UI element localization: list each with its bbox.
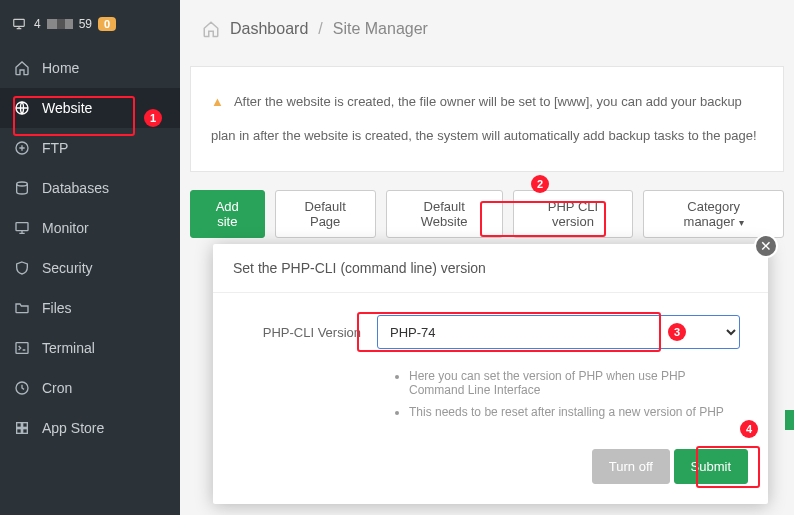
close-button[interactable]: ✕ — [754, 234, 778, 258]
database-icon — [14, 180, 30, 196]
sidebar-label: Cron — [42, 380, 72, 396]
php-cli-version-button[interactable]: PHP CLI version — [513, 190, 634, 238]
sidebar-label: Monitor — [42, 220, 89, 236]
sidebar-label: Databases — [42, 180, 109, 196]
sidebar-label: Website — [42, 100, 92, 116]
phpcli-version-label: PHP-CLI Version — [241, 325, 361, 340]
breadcrumb-current: Site Manager — [333, 20, 428, 38]
monitor-icon — [10, 17, 28, 31]
turn-off-button[interactable]: Turn off — [592, 449, 670, 484]
svg-rect-8 — [23, 423, 28, 428]
monitor-icon — [14, 220, 30, 236]
toolbar: Add site Default Page Default Website PH… — [184, 190, 790, 238]
globe-icon — [14, 100, 30, 116]
home-icon — [14, 60, 30, 76]
category-manager-button[interactable]: Category manager▾ — [643, 190, 784, 238]
svg-point-3 — [17, 182, 28, 186]
clock-icon — [14, 380, 30, 396]
sidebar-item-monitor[interactable]: Monitor — [0, 208, 180, 248]
sidebar-item-home[interactable]: Home — [0, 48, 180, 88]
home-icon — [202, 20, 220, 38]
notification-badge[interactable]: 0 — [98, 17, 116, 31]
stat-2: 59 — [79, 17, 92, 31]
sidebar-item-terminal[interactable]: Terminal — [0, 328, 180, 368]
hints: Here you can set the version of PHP when… — [241, 369, 740, 419]
breadcrumb-separator: / — [318, 20, 322, 38]
default-page-button[interactable]: Default Page — [275, 190, 376, 238]
ftp-icon — [14, 140, 30, 156]
sidebar-item-ftp[interactable]: FTP — [0, 128, 180, 168]
grid-icon — [14, 420, 30, 436]
breadcrumb-dashboard[interactable]: Dashboard — [230, 20, 308, 38]
svg-rect-4 — [16, 223, 28, 231]
stat-1: 4 — [34, 17, 41, 31]
sidebar-label: Home — [42, 60, 79, 76]
alert-text: After the website is created, the file o… — [211, 94, 757, 143]
hint-2: This needs to be reset after installing … — [409, 405, 740, 419]
stat-strip-icon — [47, 19, 73, 29]
sidebar-item-website[interactable]: Website — [0, 88, 180, 128]
sidebar-item-databases[interactable]: Databases — [0, 168, 180, 208]
phpcli-version-select[interactable]: PHP-74 — [377, 315, 740, 349]
svg-rect-10 — [23, 429, 28, 434]
sidebar-label: FTP — [42, 140, 68, 156]
decorative-stripe — [785, 410, 794, 430]
hint-1: Here you can set the version of PHP when… — [409, 369, 740, 397]
svg-rect-5 — [16, 343, 28, 354]
breadcrumb: Dashboard / Site Manager — [180, 0, 794, 58]
add-site-button[interactable]: Add site — [190, 190, 265, 238]
default-website-button[interactable]: Default Website — [386, 190, 503, 238]
sidebar: 4 59 0 Home Website FTP Databases Monito… — [0, 0, 180, 515]
sidebar-item-cron[interactable]: Cron — [0, 368, 180, 408]
category-label: Category manager — [684, 199, 741, 229]
terminal-icon — [14, 340, 30, 356]
modal-title: Set the PHP-CLI (command line) version — [213, 244, 768, 293]
sidebar-label: Security — [42, 260, 93, 276]
info-alert: ▲After the website is created, the file … — [190, 66, 784, 172]
sidebar-label: App Store — [42, 420, 104, 436]
shield-icon — [14, 260, 30, 276]
sidebar-item-appstore[interactable]: App Store — [0, 408, 180, 448]
caret-down-icon: ▾ — [739, 217, 744, 228]
sidebar-item-files[interactable]: Files — [0, 288, 180, 328]
sidebar-item-security[interactable]: Security — [0, 248, 180, 288]
svg-rect-9 — [17, 429, 22, 434]
sidebar-label: Terminal — [42, 340, 95, 356]
folder-icon — [14, 300, 30, 316]
warning-icon: ▲ — [211, 94, 224, 109]
svg-rect-0 — [14, 19, 25, 26]
sidebar-label: Files — [42, 300, 72, 316]
top-stats: 4 59 0 — [0, 0, 180, 48]
phpcli-modal: ✕ Set the PHP-CLI (command line) version… — [213, 244, 768, 504]
svg-rect-7 — [17, 423, 22, 428]
submit-button[interactable]: Submit — [674, 449, 748, 484]
